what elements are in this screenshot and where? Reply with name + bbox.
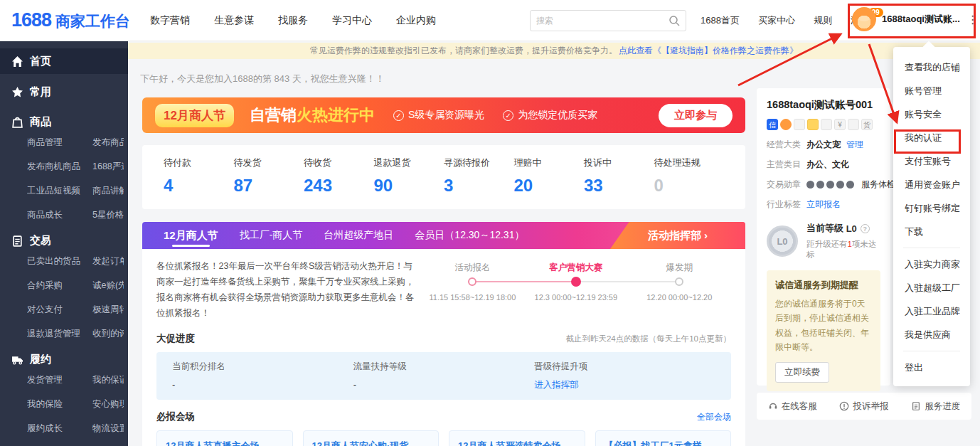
promo-banner[interactable]: 12月商人节 自营销 火热进行中 ✓ S级专属资源曝光 ✓ 为您锁定优质买家 立… <box>142 97 745 133</box>
sidebar-link[interactable]: 我的保证金 <box>92 374 124 386</box>
menu-item-alipay-account[interactable]: 支付宝账号 <box>893 149 970 173</box>
clipboard-icon <box>11 235 23 247</box>
stat-pending-payment[interactable]: 待付款 4 <box>164 156 234 209</box>
notice-bar: 常见运费作弊的违规整改指引已发布，请商家们整改运费，提升运费价格竞争力。 点此查… <box>128 43 980 59</box>
nav-business-advisor[interactable]: 生意参谋 <box>214 14 254 27</box>
banner-point: ✓ S级专属资源曝光 <box>393 109 484 122</box>
sidebar-link[interactable]: 收到的评价 <box>92 328 124 340</box>
menu-item-dingtalk-binding[interactable]: 钉钉账号绑定 <box>893 196 970 220</box>
sidebar-link[interactable]: 商品讲解视频 <box>92 185 124 197</box>
menu-item-my-certification[interactable]: 我的认证 <box>893 126 970 149</box>
menu-item-account-management[interactable]: 账号管理 <box>893 79 970 102</box>
online-support-item[interactable]: 在线客服 <box>768 400 817 413</box>
trade-links: 已卖出的货品 发起订单 合约采购 诚e赊(先采... 对公支付 极速周转 退款退… <box>0 253 128 341</box>
sidebar-link[interactable]: 发起订单 <box>92 255 124 267</box>
menu-divider <box>903 351 960 351</box>
timeline-circle <box>675 277 683 286</box>
all-venues-link[interactable]: 全部会场 <box>697 411 731 423</box>
tab-member-day[interactable]: 会员日（12.30～12.31） <box>415 223 524 248</box>
tab-find-factory[interactable]: 找工厂-商人节 <box>240 223 303 248</box>
sidebar-link[interactable]: 商品成长 <box>27 209 92 221</box>
sidebar-section-trade[interactable]: 交易 <box>0 228 128 253</box>
medal-icons <box>806 181 854 189</box>
menu-item-download[interactable]: 下载 <box>893 220 970 243</box>
search-input[interactable] <box>531 16 669 26</box>
sidebar-link[interactable]: 诚e赊(先采... <box>92 280 124 292</box>
enter-command-center-link[interactable]: 进入指挥部 <box>534 379 715 391</box>
link-1688-home[interactable]: 1688首页 <box>701 14 740 27</box>
sidebar-link[interactable]: 物流设置 <box>92 423 124 435</box>
stat-pending-receipt[interactable]: 待收货 243 <box>304 156 374 209</box>
nav-find-services[interactable]: 找服务 <box>278 14 308 27</box>
tab-december-festival[interactable]: 12月商人节 <box>164 223 218 249</box>
activity-card: 12月商人节 找工厂-商人节 台州超级产地日 会员日（12.30～12.31） … <box>142 222 745 446</box>
stat-violations[interactable]: 待处理违规 0 <box>654 156 725 209</box>
link-buyer-center[interactable]: 买家中心 <box>758 14 795 27</box>
tab-taizhou[interactable]: 台州超级产地日 <box>324 223 393 248</box>
nav-learning-center[interactable]: 学习中心 <box>332 14 372 27</box>
service-progress-item[interactable]: 服务进度 <box>911 400 960 413</box>
renew-now-button[interactable]: 立即续费 <box>775 362 829 383</box>
account-menu-trigger[interactable]: 1688taoqi测试账... ⋮ <box>852 7 979 31</box>
menu-item-account-security[interactable]: 账号安全 <box>893 102 970 126</box>
menu-item-i-am-supplier[interactable]: 我是供应商 <box>893 323 970 346</box>
question-icon[interactable]: ? <box>861 224 870 233</box>
stat-complaints[interactable]: 投诉中 33 <box>584 156 654 209</box>
sidebar-link[interactable]: 发布商机商品 <box>27 161 92 173</box>
sidebar-link[interactable]: 合约采购 <box>27 280 92 292</box>
sidebar-item-favorites[interactable]: 常用 <box>0 80 128 104</box>
search-box[interactable] <box>530 10 686 31</box>
notice-link[interactable]: 点此查看《【避坑指南】价格作弊之运费作弊》 <box>619 45 798 57</box>
stat-claims[interactable]: 理赔中 20 <box>514 156 585 209</box>
report-complaint-item[interactable]: 投诉举报 <box>839 400 888 413</box>
menu-item-logout[interactable]: 登出 <box>893 356 970 379</box>
sidebar-link[interactable]: 商品管理 <box>27 137 92 149</box>
sidebar-link[interactable]: 发货管理 <box>27 374 92 386</box>
tiger-badge-icon <box>780 119 792 130</box>
venue-card-anxin[interactable]: 12月商人节安心购·现货... 双重会场曝光，首次开通还享优惠！ <box>303 430 440 446</box>
menu-item-join-power-merchant[interactable]: 入驻实力商家 <box>893 253 970 276</box>
trade-medal-row: 交易勋章 服务体检 <box>767 179 880 191</box>
venue-card-yanxuan[interactable]: 12月商人节严选特卖会场 大市场发布价8折，1件起批包邮 <box>449 430 585 446</box>
progress-box: 当前积分排名 - 流量扶持等级 - 晋级待提升项 进入指挥部 <box>156 352 731 400</box>
stat-pending-shipment[interactable]: 待发货 87 <box>234 156 304 209</box>
progress-title: 大促进度 <box>156 332 195 345</box>
search-icon[interactable] <box>669 15 680 26</box>
logo-1688[interactable]: 1688 商家工作台 <box>11 9 130 31</box>
avatar[interactable] <box>852 7 876 31</box>
command-center-button[interactable]: 活动指挥部 › <box>610 222 745 249</box>
sidebar-link[interactable]: 极速周转 <box>92 304 124 316</box>
menu-item-view-shop[interactable]: 查看我的店铺 <box>893 55 970 79</box>
sidebar-link[interactable]: 已卖出的货品 <box>27 255 92 267</box>
kebab-menu-icon[interactable]: ⋮ <box>967 13 979 26</box>
menu-item-general-fund-account[interactable]: 通用资金账户 <box>893 173 970 196</box>
menu-item-join-super-factory[interactable]: 入驻超级工厂 <box>893 276 970 299</box>
venue-card-live[interactable]: 12月商人节直播主会场 直播每满200-20，采满500返津贴 <box>156 430 293 446</box>
account-panel: 1688taoqi测试账号001 信 ¥ 货 经营大类 办公文宠 管理 主营类目… <box>757 88 890 386</box>
link-rules[interactable]: 规则 <box>814 14 832 27</box>
sidebar-item-home[interactable]: 首页 <box>0 48 128 74</box>
sidebar-link[interactable]: 安心购现货版 <box>92 398 124 410</box>
sidebar-link[interactable]: 发布商品 <box>92 137 124 149</box>
nav-enterprise-purchase[interactable]: 企业内购 <box>396 14 436 27</box>
manage-category-link[interactable]: 管理 <box>846 139 863 151</box>
menu-item-join-industrial-brand[interactable]: 入驻工业品牌 <box>893 299 970 323</box>
check-circle-icon: ✓ <box>393 110 404 121</box>
sidebar-link[interactable]: 退款退货管理 <box>27 328 92 340</box>
sidebar-link[interactable]: 1688严选 <box>92 161 124 173</box>
nav-digital-marketing[interactable]: 数字营销 <box>150 14 190 27</box>
stat-refunds[interactable]: 退款退货 90 <box>374 156 444 209</box>
sidebar-link[interactable]: 工业品短视频 <box>27 185 92 197</box>
sidebar-link[interactable]: 履约成长 <box>27 423 92 435</box>
venue-card-sample[interactable]: 【必报】找工厂1元拿样 1元拿样包邮 <box>595 430 732 446</box>
sidebar: 首页 常用 商品 商品管理 发布商品 发布商机商品 1688严选 工业品短视频 … <box>0 41 128 446</box>
sidebar-section-fulfillment[interactable]: 履约 <box>0 347 128 371</box>
join-now-button[interactable]: 立即参与 <box>659 104 733 127</box>
sidebar-link[interactable]: 对公支付 <box>27 304 92 316</box>
sidebar-section-products[interactable]: 商品 <box>0 110 128 134</box>
sidebar-link[interactable]: 5星价格力 <box>92 209 124 221</box>
service-check-link[interactable]: 服务体检 <box>861 179 895 191</box>
stat-quote-requests[interactable]: 寻源待报价 3 <box>444 156 514 209</box>
signup-now-link[interactable]: 立即报名 <box>806 198 841 211</box>
sidebar-link[interactable]: 我的保险 <box>27 398 92 410</box>
